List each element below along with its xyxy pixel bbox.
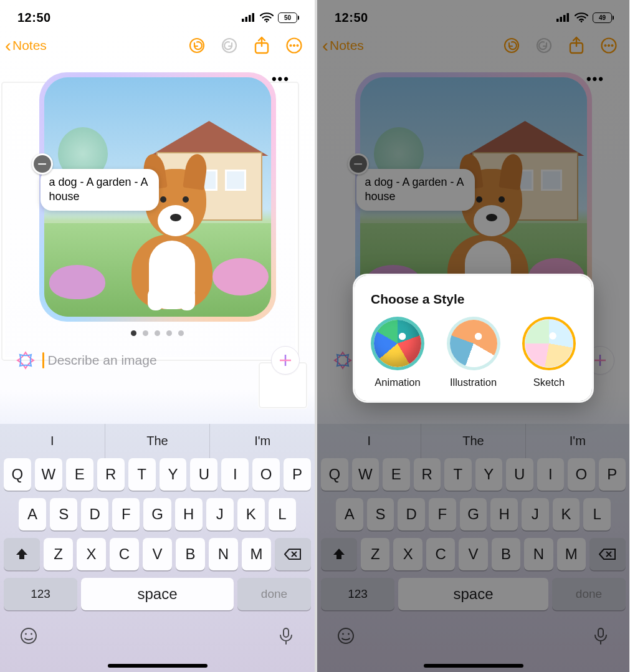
keyboard-row-2: ASDFGHJKL — [0, 498, 315, 530]
key-p[interactable]: P — [284, 458, 311, 491]
suggestion-item[interactable]: I'm — [209, 424, 315, 458]
delete-key[interactable] — [275, 538, 311, 570]
key-y[interactable]: Y — [160, 458, 187, 491]
style-label: Sketch — [533, 377, 565, 388]
svg-point-4 — [266, 21, 268, 22]
svg-point-11 — [297, 44, 298, 46]
page-dot[interactable] — [166, 330, 172, 336]
share-button[interactable] — [252, 36, 271, 55]
back-button[interactable]: ‹ Notes — [5, 36, 47, 55]
key-z[interactable]: Z — [44, 538, 73, 570]
key-r[interactable]: R — [97, 458, 125, 491]
card-more-button[interactable]: ••• — [272, 71, 290, 87]
key-m[interactable]: M — [242, 538, 271, 570]
svg-rect-2 — [249, 15, 251, 22]
beachball-icon — [450, 320, 497, 367]
nav-bar: ‹ Notes — [0, 30, 315, 66]
key-n[interactable]: N — [209, 538, 238, 570]
key-g[interactable]: G — [143, 498, 171, 530]
key-v[interactable]: V — [143, 538, 172, 570]
prompt-row: Describe an image — [0, 341, 315, 375]
done-key[interactable]: done — [237, 578, 311, 610]
key-u[interactable]: U — [190, 458, 217, 491]
key-s[interactable]: S — [50, 498, 77, 530]
remove-prompt-button[interactable]: − — [32, 153, 53, 175]
svg-rect-1 — [246, 17, 248, 22]
key-x[interactable]: X — [77, 538, 106, 570]
key-f[interactable]: F — [112, 498, 140, 530]
beachball-icon — [374, 320, 421, 367]
key-w[interactable]: W — [35, 458, 62, 491]
key-i[interactable]: I — [221, 458, 249, 491]
wifi-icon — [260, 12, 274, 22]
home-indicator[interactable] — [424, 664, 523, 668]
key-a[interactable]: A — [19, 498, 46, 530]
key-d[interactable]: D — [81, 498, 108, 530]
shift-key[interactable] — [4, 538, 40, 570]
home-indicator[interactable] — [108, 664, 208, 668]
add-button[interactable] — [271, 346, 300, 375]
key-h[interactable]: H — [175, 498, 203, 530]
key-j[interactable]: J — [206, 498, 234, 530]
undo-button[interactable] — [188, 36, 206, 55]
style-option-animation[interactable]: Animation — [371, 317, 424, 388]
redo-button[interactable] — [220, 36, 239, 55]
status-time: 12:50 — [17, 11, 51, 25]
prompt-input[interactable]: Describe an image — [42, 348, 265, 373]
svg-point-14 — [21, 628, 36, 643]
key-l[interactable]: L — [269, 498, 296, 530]
beachball-icon — [525, 320, 573, 367]
key-c[interactable]: C — [110, 538, 139, 570]
keyboard-suggestions: I The I'm — [0, 424, 315, 458]
key-k[interactable]: K — [237, 498, 265, 530]
style-option-illustration[interactable]: Illustration — [447, 317, 500, 388]
svg-point-9 — [290, 44, 292, 46]
numbers-key[interactable]: 123 — [4, 578, 77, 610]
keyboard-row-1: QWERTYUIOP — [0, 458, 315, 491]
page-dot[interactable] — [155, 330, 160, 336]
keyboard-row-3: ZXCVBNM — [0, 538, 315, 570]
key-o[interactable]: O — [252, 458, 280, 491]
sheet-title: Choose a Style — [371, 292, 576, 307]
more-button[interactable] — [285, 36, 303, 55]
svg-point-10 — [293, 44, 295, 46]
style-option-sketch[interactable]: Sketch — [522, 317, 576, 388]
screenshot-left: 12:50 50 ‹ Notes ••• — [0, 0, 315, 672]
style-label: Animation — [375, 377, 420, 388]
screenshot-right: 12:50 49 ‹ Notes ••• — [315, 0, 629, 672]
page-dot[interactable] — [178, 330, 184, 336]
key-t[interactable]: T — [128, 458, 156, 491]
key-e[interactable]: E — [66, 458, 93, 491]
key-q[interactable]: Q — [4, 458, 31, 491]
page-dot[interactable] — [143, 330, 148, 336]
svg-point-16 — [31, 633, 32, 635]
space-key[interactable]: space — [81, 578, 234, 610]
choose-style-sheet: Choose a Style Animation Illustration Sk… — [355, 276, 592, 401]
battery-icon: 50 — [278, 12, 297, 23]
keyboard[interactable]: I The I'm QWERTYUIOP ASDFGHJKL ZXCVBNM 1… — [0, 424, 315, 672]
prompt-placeholder: Describe an image — [48, 353, 157, 368]
back-label: Notes — [12, 38, 47, 53]
svg-rect-17 — [284, 628, 289, 637]
style-label: Illustration — [450, 377, 497, 388]
key-b[interactable]: B — [176, 538, 205, 570]
status-bar: 12:50 50 — [0, 0, 315, 30]
page-indicator[interactable] — [17, 330, 297, 336]
suggestion-item[interactable]: The — [105, 424, 210, 458]
emoji-key[interactable] — [19, 626, 39, 648]
generated-image-card[interactable]: − a dog - A garden - A house — [39, 72, 276, 322]
keyboard-row-4: 123 space done — [0, 578, 315, 610]
text-cursor — [42, 352, 44, 368]
dictate-key[interactable] — [276, 626, 296, 648]
svg-rect-0 — [242, 19, 244, 22]
chevron-left-icon: ‹ — [5, 36, 11, 55]
minus-icon: − — [37, 155, 47, 174]
page-dot[interactable] — [131, 330, 136, 336]
suggestion-item[interactable]: I — [0, 424, 105, 458]
signal-icon — [242, 13, 255, 22]
ai-icon — [15, 350, 36, 371]
prompt-chip[interactable]: a dog - A garden - A house — [41, 169, 159, 211]
svg-rect-3 — [252, 13, 255, 22]
svg-point-15 — [25, 633, 27, 635]
